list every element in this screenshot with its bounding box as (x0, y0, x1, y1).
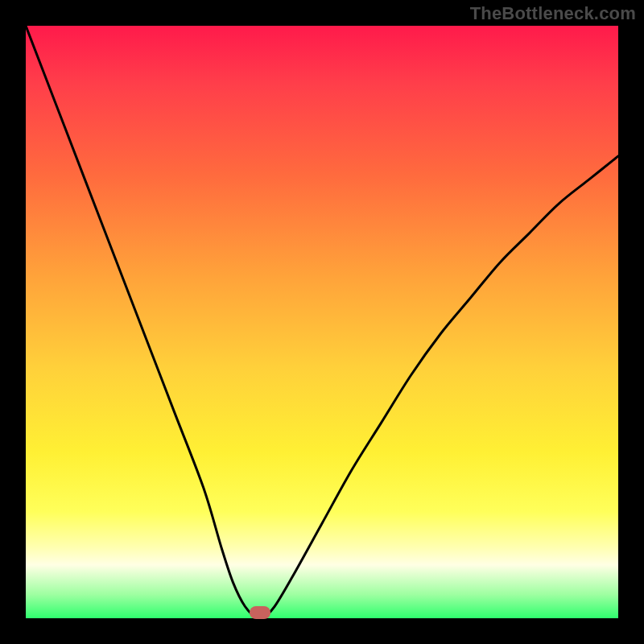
plot-area (26, 26, 618, 618)
optimal-marker (250, 606, 270, 619)
watermark-text: TheBottleneck.com (470, 3, 636, 24)
chart-frame: TheBottleneck.com (0, 0, 644, 644)
bottleneck-curve (26, 26, 618, 618)
